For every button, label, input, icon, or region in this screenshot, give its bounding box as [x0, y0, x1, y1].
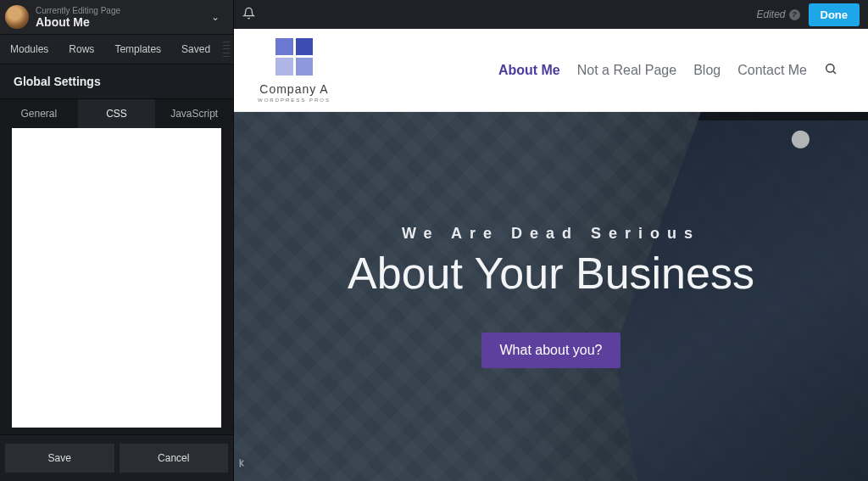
- edited-label: Edited: [756, 8, 785, 20]
- site-nav: About Me Not a Real Page Blog Contact Me: [498, 62, 837, 79]
- logo-mark-icon: [275, 38, 313, 76]
- builder-sidebar: Currently Editing Page About Me ⌄ Module…: [0, 0, 234, 481]
- builder-tabs: Modules Rows Templates Saved: [0, 35, 233, 64]
- site-logo[interactable]: Company A WORDPRESS PROS: [258, 38, 331, 103]
- help-icon[interactable]: ?: [789, 9, 800, 20]
- tab-saved[interactable]: Saved: [171, 35, 220, 64]
- nav-about-me[interactable]: About Me: [498, 63, 560, 78]
- logo-tagline: WORDPRESS PROS: [258, 98, 331, 103]
- done-button[interactable]: Done: [809, 3, 860, 26]
- app-bar: Edited ? Done: [234, 0, 868, 29]
- svg-line-1: [833, 71, 836, 74]
- nav-blog[interactable]: Blog: [693, 63, 721, 78]
- css-editor[interactable]: [12, 128, 221, 428]
- page-title: About Me: [36, 15, 208, 29]
- hero-cta-button[interactable]: What about you?: [481, 333, 621, 368]
- sidebar-footer: Save Cancel: [0, 434, 233, 481]
- site-header: Company A WORDPRESS PROS About Me Not a …: [234, 29, 868, 112]
- chevron-down-icon[interactable]: ⌄: [208, 8, 223, 26]
- tab-rows[interactable]: Rows: [58, 35, 104, 64]
- search-icon[interactable]: [824, 62, 837, 79]
- tab-modules[interactable]: Modules: [0, 35, 58, 64]
- save-button[interactable]: Save: [5, 444, 114, 473]
- edited-status: Edited ?: [756, 8, 799, 20]
- collapse-sidebar-icon[interactable]: [237, 456, 251, 473]
- drag-handle-icon[interactable]: [223, 40, 230, 59]
- settings-tabs: General CSS JavaScript: [0, 98, 233, 128]
- logo-text: Company A: [259, 82, 328, 96]
- settings-tab-general[interactable]: General: [0, 98, 78, 128]
- hero-section: We Are Dead Serious About Your Business …: [234, 112, 868, 481]
- cancel-button[interactable]: Cancel: [120, 444, 229, 473]
- code-editor-well: [0, 128, 233, 434]
- nav-contact-me[interactable]: Contact Me: [737, 63, 807, 78]
- panel-title: Global Settings: [0, 64, 233, 98]
- editing-label: Currently Editing Page: [36, 6, 208, 15]
- page-switcher[interactable]: Currently Editing Page About Me ⌄: [0, 0, 233, 35]
- settings-tab-css[interactable]: CSS: [78, 98, 156, 128]
- builder-avatar-icon: [5, 5, 29, 29]
- notifications-icon[interactable]: [242, 7, 255, 22]
- svg-point-0: [826, 64, 834, 71]
- tab-templates[interactable]: Templates: [104, 35, 171, 64]
- nav-not-a-real-page[interactable]: Not a Real Page: [577, 63, 676, 78]
- hero-headline: About Your Business: [348, 248, 754, 299]
- main-area: Edited ? Done Company A WORDPRESS PROS A…: [234, 0, 868, 481]
- settings-tab-javascript[interactable]: JavaScript: [155, 98, 233, 128]
- hero-kicker: We Are Dead Serious: [348, 225, 754, 243]
